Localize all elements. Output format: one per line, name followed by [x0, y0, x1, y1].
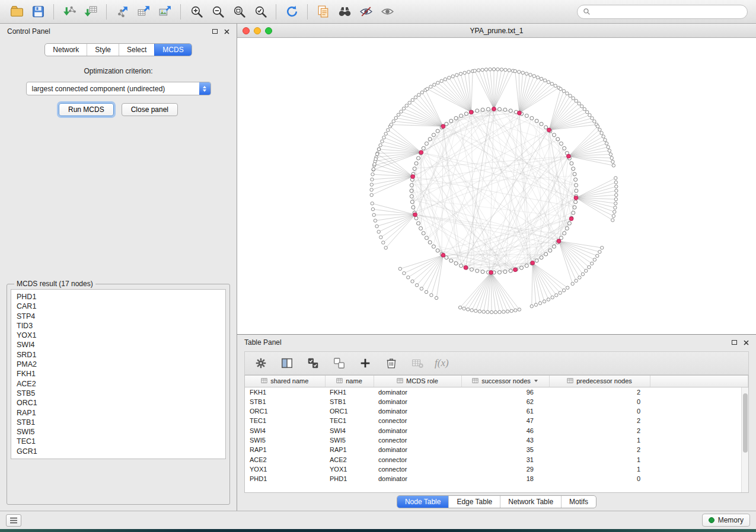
network-graph[interactable]	[237, 38, 756, 334]
table-cell[interactable]: 1	[549, 455, 650, 464]
zoom-in-icon[interactable]	[186, 3, 207, 21]
table-cell[interactable]: 43	[461, 435, 549, 445]
table-cell[interactable]: dominator	[374, 426, 461, 435]
table-cell[interactable]: TEC1	[325, 416, 374, 425]
table-cell[interactable]: dominator	[374, 474, 461, 483]
table-cell[interactable]: 1	[549, 464, 650, 474]
table-cell[interactable]: ACE2	[245, 455, 325, 464]
export-image-icon[interactable]	[154, 3, 176, 21]
import-table-icon[interactable]	[80, 3, 101, 21]
table-cell[interactable]: 2	[549, 445, 650, 454]
mcds-result-item[interactable]: STP4	[17, 312, 220, 321]
mcds-result-item[interactable]: SRD1	[17, 350, 220, 360]
memory-button[interactable]: Memory	[702, 514, 750, 527]
col-predecessor-nodes[interactable]: predecessor nodes	[549, 376, 650, 387]
table-cell[interactable]: STB1	[325, 397, 374, 406]
show-graphics-details-icon[interactable]	[377, 3, 398, 21]
table-cell[interactable]: 0	[549, 406, 650, 416]
zoom-fit-icon[interactable]	[228, 3, 250, 21]
close-panel-button[interactable]: Close panel	[122, 103, 178, 116]
minimize-window-icon[interactable]	[254, 27, 261, 34]
tab-network-table[interactable]: Network Table	[500, 496, 561, 508]
mcds-result-item[interactable]: FKH1	[17, 369, 220, 379]
task-history-button[interactable]	[6, 514, 21, 527]
table-cell[interactable]: SWI4	[245, 426, 325, 435]
col-successor-nodes[interactable]: successor nodes	[461, 376, 549, 387]
zoom-out-icon[interactable]	[207, 3, 228, 21]
table-row[interactable]: ACE2ACE2connector311	[245, 455, 748, 464]
tab-style[interactable]: Style	[87, 44, 119, 56]
scrollbar-thumb[interactable]	[743, 393, 748, 453]
run-mcds-button[interactable]: Run MCDS	[59, 103, 114, 116]
tab-edge-table[interactable]: Edge Table	[448, 496, 500, 508]
table-row[interactable]: PHD1PHD1dominator180	[245, 474, 748, 483]
show-columns-icon[interactable]	[278, 354, 296, 372]
mcds-result-item[interactable]: ACE2	[17, 379, 220, 389]
select-all-icon[interactable]	[304, 354, 322, 372]
table-row[interactable]: TEC1TEC1connector472	[245, 416, 748, 425]
table-cell[interactable]: 47	[461, 416, 549, 425]
table-scrollbar[interactable]	[741, 387, 748, 492]
save-icon[interactable]	[27, 3, 49, 21]
table-cell[interactable]: TEC1	[245, 416, 325, 425]
export-network-icon[interactable]	[111, 3, 133, 21]
search-input[interactable]	[594, 8, 742, 16]
table-cell[interactable]: 29	[461, 464, 549, 474]
table-cell[interactable]: 0	[549, 474, 650, 483]
table-cell[interactable]: dominator	[374, 406, 461, 416]
table-cell[interactable]: 1	[549, 435, 650, 445]
table-cell[interactable]: dominator	[374, 397, 461, 406]
table-cell[interactable]: RAP1	[325, 445, 374, 454]
table-cell[interactable]: connector	[374, 416, 461, 425]
table-cell[interactable]: YOX1	[245, 464, 325, 474]
table-cell[interactable]: YOX1	[325, 464, 374, 474]
refresh-icon[interactable]	[281, 3, 302, 21]
tab-motifs[interactable]: Motifs	[561, 496, 596, 508]
mcds-result-item[interactable]: STB1	[17, 418, 220, 427]
mcds-result-item[interactable]: PMA2	[17, 360, 220, 369]
table-cell[interactable]: 2	[549, 426, 650, 435]
mcds-result-item[interactable]: YOX1	[17, 331, 220, 340]
tab-mcds[interactable]: MCDS	[154, 44, 191, 56]
table-cell[interactable]: FKH1	[245, 387, 325, 397]
table-cell[interactable]: PHD1	[325, 474, 374, 483]
table-row[interactable]: SWI5SWI5connector431	[245, 435, 748, 445]
col-name[interactable]: name	[325, 376, 374, 387]
close-panel-icon[interactable]	[744, 340, 749, 345]
table-cell[interactable]: 2	[549, 387, 650, 397]
table-cell[interactable]: 61	[461, 406, 549, 416]
col-mcds-role[interactable]: MCDS role	[374, 376, 461, 387]
close-window-icon[interactable]	[243, 27, 250, 34]
mcds-result-item[interactable]: PHD1	[17, 292, 220, 302]
mcds-result-item[interactable]: RAP1	[17, 408, 220, 418]
table-cell[interactable]: dominator	[374, 445, 461, 454]
mcds-result-list[interactable]: PHD1CAR1STP4TID3YOX1SWI4SRD1PMA2FKH1ACE2…	[11, 289, 226, 459]
mcds-result-item[interactable]: TEC1	[17, 437, 220, 446]
mcds-result-item[interactable]: SWI5	[17, 427, 220, 437]
close-panel-icon[interactable]	[224, 29, 229, 34]
table-cell[interactable]: 62	[461, 397, 549, 406]
table-cell[interactable]: 46	[461, 426, 549, 435]
import-network-icon[interactable]	[59, 3, 80, 21]
table-cell[interactable]: 96	[461, 387, 549, 397]
find-binoculars-icon[interactable]	[334, 3, 355, 21]
table-cell[interactable]: 31	[461, 455, 549, 464]
col-shared-name[interactable]: shared name	[245, 376, 325, 387]
table-cell[interactable]: STB1	[245, 397, 325, 406]
table-cell[interactable]: dominator	[374, 387, 461, 397]
mcds-result-item[interactable]: STB5	[17, 389, 220, 398]
add-column-icon[interactable]	[356, 354, 374, 372]
open-file-icon[interactable]	[6, 3, 27, 21]
table-cell[interactable]: connector	[374, 455, 461, 464]
table-cell[interactable]: ORC1	[245, 406, 325, 416]
table-cell[interactable]: SWI5	[325, 435, 374, 445]
table-row[interactable]: RAP1RAP1dominator352	[245, 445, 748, 454]
table-row[interactable]: FKH1FKH1dominator962	[245, 387, 748, 397]
table-row[interactable]: YOX1YOX1connector291	[245, 464, 748, 474]
float-panel-icon[interactable]	[732, 340, 737, 345]
gear-icon[interactable]	[252, 354, 270, 372]
table-cell[interactable]: 0	[549, 397, 650, 406]
network-canvas[interactable]	[237, 38, 756, 334]
table-row[interactable]: STB1STB1dominator620	[245, 397, 748, 406]
table-cell[interactable]: ACE2	[325, 455, 374, 464]
